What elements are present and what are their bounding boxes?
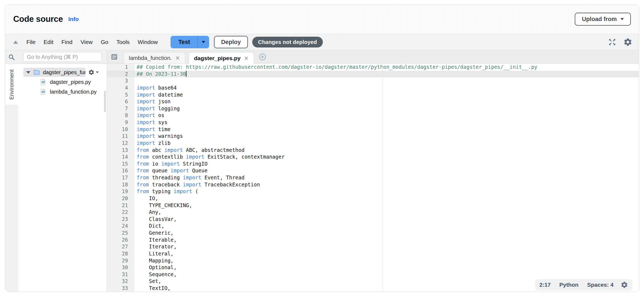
close-icon[interactable] xyxy=(175,56,180,60)
code-line[interactable]: 9import sys xyxy=(107,119,639,126)
code-line[interactable]: 3 xyxy=(107,77,639,84)
menu-item-find[interactable]: Find xyxy=(57,39,77,45)
line-number[interactable]: 14 xyxy=(107,153,134,160)
code-line[interactable]: 29 Mapping, xyxy=(107,257,639,264)
collapse-menubar-icon[interactable] xyxy=(13,41,18,44)
line-number[interactable]: 9 xyxy=(107,119,134,126)
tree-folder-row[interactable]: dagster_pipes_funct xyxy=(23,68,85,77)
line-number[interactable]: 21 xyxy=(107,202,134,209)
code-line[interactable]: 5import datetime xyxy=(107,91,639,98)
deploy-button[interactable]: Deploy xyxy=(214,36,248,48)
code-line[interactable]: 19from typing import ( xyxy=(107,188,639,195)
status-settings-gear-icon[interactable] xyxy=(621,281,628,289)
code-line[interactable]: 24 Dict, xyxy=(107,223,639,230)
menu-item-go[interactable]: Go xyxy=(97,39,112,45)
menu-item-edit[interactable]: Edit xyxy=(40,39,57,45)
code-line[interactable]: 26 Iterable, xyxy=(107,237,639,244)
line-number[interactable]: 32 xyxy=(107,278,134,285)
line-number[interactable]: 26 xyxy=(107,237,134,244)
language-mode[interactable]: Python xyxy=(559,282,579,288)
line-number[interactable]: 6 xyxy=(107,98,134,105)
line-number[interactable]: 1 xyxy=(107,64,134,71)
line-number[interactable]: 3 xyxy=(107,77,134,84)
code-line[interactable]: 14from contextlib import ExitStack, cont… xyxy=(107,153,639,160)
menu-item-tools[interactable]: Tools xyxy=(112,39,134,45)
menu-item-view[interactable]: View xyxy=(77,39,97,45)
code-line[interactable]: 30 Optional, xyxy=(107,264,639,271)
line-number[interactable]: 10 xyxy=(107,126,134,133)
editor-tab-dagster_pipes.py[interactable]: dagster_pipes.py xyxy=(189,52,254,64)
code-line[interactable]: 11import warnings xyxy=(107,133,639,140)
tree-file-lambda_function.py[interactable]: lambda_function.py xyxy=(18,87,107,97)
line-number[interactable]: 23 xyxy=(107,216,134,223)
go-to-anything-input[interactable] xyxy=(23,52,102,62)
test-button[interactable]: Test xyxy=(171,36,198,48)
line-number[interactable]: 19 xyxy=(107,188,134,195)
sidebar-scrollbar[interactable] xyxy=(104,91,106,112)
tree-settings-button[interactable] xyxy=(88,69,99,76)
line-number[interactable]: 20 xyxy=(107,195,134,202)
code-line[interactable]: 6import json xyxy=(107,98,639,105)
indent-setting[interactable]: Spaces: 4 xyxy=(587,282,614,288)
code-line[interactable]: 21 TYPE_CHECKING, xyxy=(107,202,639,209)
code-line[interactable]: 15from io import StringIO xyxy=(107,160,639,167)
code-line[interactable]: 17from threading import Event, Thread xyxy=(107,174,639,181)
line-number[interactable]: 30 xyxy=(107,264,134,271)
close-icon[interactable] xyxy=(244,56,249,61)
line-number[interactable]: 13 xyxy=(107,147,134,154)
line-number[interactable]: 11 xyxy=(107,133,134,140)
fullscreen-icon[interactable] xyxy=(608,38,616,46)
code-line[interactable]: 2## On 2023-11-30 xyxy=(107,71,639,78)
line-number[interactable]: 8 xyxy=(107,112,134,119)
line-number[interactable]: 18 xyxy=(107,181,134,188)
line-number[interactable]: 33 xyxy=(107,285,134,292)
line-number[interactable]: 31 xyxy=(107,271,134,278)
code-line[interactable]: 22 Any, xyxy=(107,209,639,216)
folder-expander-icon[interactable] xyxy=(26,71,30,74)
code-line[interactable]: 16from queue import Queue xyxy=(107,167,639,174)
code-line[interactable]: 7import logging xyxy=(107,105,639,112)
info-link[interactable]: Info xyxy=(68,16,78,22)
tab-list-icon[interactable] xyxy=(110,53,118,61)
code-line[interactable]: 10import time xyxy=(107,126,639,133)
code-editor[interactable]: 1## Copied from: https://raw.githubuserc… xyxy=(107,64,639,292)
line-number[interactable]: 5 xyxy=(107,91,134,98)
code-line[interactable]: 20 IO, xyxy=(107,195,639,202)
code-line[interactable]: 13from abc import ABC, abstractmethod xyxy=(107,147,639,154)
line-number[interactable]: 7 xyxy=(107,105,134,112)
menu-item-file[interactable]: File xyxy=(22,39,40,45)
test-dropdown-button[interactable] xyxy=(198,36,209,48)
code-line[interactable]: 27 Iterator, xyxy=(107,243,639,250)
code-line[interactable]: 23 ClassVar, xyxy=(107,216,639,223)
line-number[interactable]: 4 xyxy=(107,84,134,91)
code-text: from abc import ABC, abstractmethod xyxy=(134,147,244,154)
line-number[interactable]: 29 xyxy=(107,257,134,264)
editor-tab-lambda_function.[interactable]: lambda_function. xyxy=(124,52,185,63)
line-number[interactable]: 17 xyxy=(107,174,134,181)
line-number[interactable]: 24 xyxy=(107,223,134,230)
environment-panel-tab[interactable]: Environment xyxy=(5,64,18,105)
editor-settings-gear-icon[interactable] xyxy=(623,37,632,47)
tree-file-dagster_pipes.py[interactable]: dagster_pipes.py xyxy=(18,77,107,87)
line-number[interactable]: 22 xyxy=(107,209,134,216)
code-line[interactable]: 18from traceback import TracebackExcepti… xyxy=(107,181,639,188)
code-line[interactable]: 25 Generic, xyxy=(107,230,639,237)
line-number[interactable]: 16 xyxy=(107,167,134,174)
cursor-position[interactable]: 2:17 xyxy=(539,282,551,288)
code-line[interactable]: 31 Sequence, xyxy=(107,271,639,278)
code-line[interactable]: 12import zlib xyxy=(107,140,639,147)
new-tab-plus-icon[interactable] xyxy=(259,53,266,61)
line-number[interactable]: 25 xyxy=(107,230,134,237)
line-number[interactable]: 12 xyxy=(107,140,134,147)
menu-item-window[interactable]: Window xyxy=(134,39,162,45)
upload-from-button[interactable]: Upload from xyxy=(575,13,631,26)
code-line[interactable]: 28 Literal, xyxy=(107,250,639,257)
code-line[interactable]: 8import os xyxy=(107,112,639,119)
line-number[interactable]: 15 xyxy=(107,160,134,167)
folder-icon xyxy=(33,69,40,76)
code-line[interactable]: 4import base64 xyxy=(107,84,639,91)
code-line[interactable]: 1## Copied from: https://raw.githubuserc… xyxy=(107,64,639,71)
line-number[interactable]: 28 xyxy=(107,250,134,257)
line-number[interactable]: 27 xyxy=(107,243,134,250)
line-number[interactable]: 2 xyxy=(107,71,134,78)
